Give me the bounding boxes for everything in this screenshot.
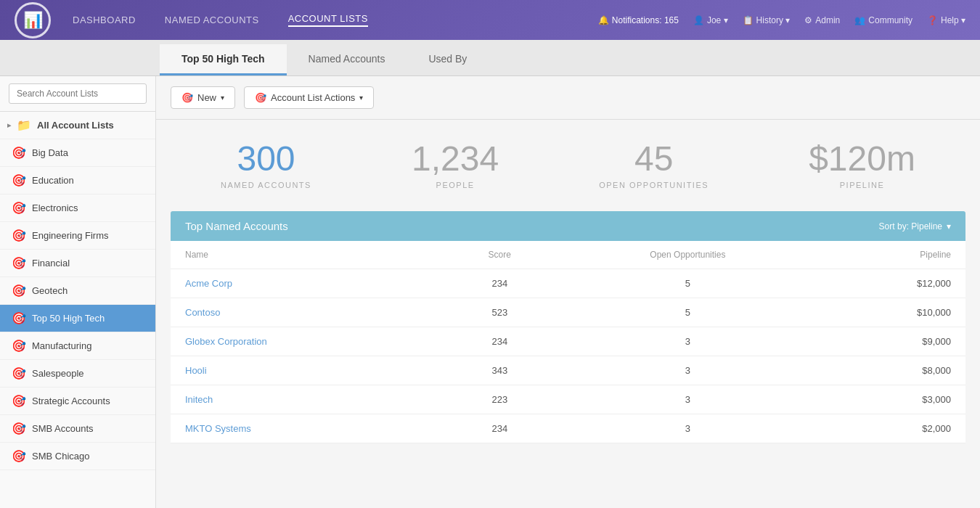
list-icon-top50: 🎯 <box>12 311 26 325</box>
col-score: Score <box>437 241 562 269</box>
main-layout: ▸ 📁 All Account Lists 🎯 Big Data 🎯 Educa… <box>0 76 980 508</box>
sidebar-label-top50: Top 50 High Tech <box>32 313 105 324</box>
stat-people-number: 1,234 <box>412 142 499 176</box>
stat-named-accounts-number: 300 <box>221 142 311 176</box>
cell-pipeline: $12,000 <box>814 269 965 298</box>
stat-open-opps: 45 OPEN OPPORTUNITIES <box>599 142 709 189</box>
cell-open-opps: 3 <box>562 414 814 443</box>
history-icon: 📋 <box>743 15 754 25</box>
actions-dropdown-icon: ▾ <box>359 94 363 102</box>
sidebar-item-smbchicago[interactable]: 🎯 SMB Chicago <box>0 443 155 470</box>
top-named-accounts-table-section: Top Named Accounts Sort by: Pipeline ▾ N… <box>171 211 965 443</box>
admin-button[interactable]: ⚙ Admin <box>804 15 840 25</box>
search-input[interactable] <box>9 83 147 104</box>
cell-pipeline: $10,000 <box>814 298 965 327</box>
sidebar-item-salespeople[interactable]: 🎯 Salespeople <box>0 360 155 388</box>
cell-name: Contoso <box>171 298 437 327</box>
stats-bar: 300 NAMED ACCOUNTS 1,234 PEOPLE 45 OPEN … <box>156 120 980 211</box>
tab-used-by[interactable]: Used By <box>407 44 489 75</box>
sidebar-item-manufacturing[interactable]: 🎯 Manufacturing <box>0 332 155 360</box>
stat-pipeline: $120m PIPELINE <box>809 142 915 189</box>
tab-top50hightech[interactable]: Top 50 High Tech <box>160 44 287 75</box>
chevron-icon: ▸ <box>7 121 11 129</box>
sidebar-item-strategic[interactable]: 🎯 Strategic Accounts <box>0 388 155 415</box>
main-content: 🎯 New ▾ 🎯 Account List Actions ▾ 300 NAM… <box>156 76 980 508</box>
list-icon-strategic: 🎯 <box>12 394 26 408</box>
nav-dashboard[interactable]: DASHBOARD <box>73 15 136 25</box>
sidebar-parent-label: All Account Lists <box>37 120 114 131</box>
sidebar-item-geotech[interactable]: 🎯 Geotech <box>0 277 155 305</box>
account-link[interactable]: MKTO Systems <box>185 423 251 434</box>
top-nav-right: 🔔 Notifications: 165 👤 Joe ▾ 📋 History ▾… <box>598 15 965 25</box>
list-icon-geotech: 🎯 <box>12 284 26 298</box>
col-pipeline: Pipeline <box>814 241 965 269</box>
sidebar-item-smb[interactable]: 🎯 SMB Accounts <box>0 415 155 443</box>
target-icon: 🎯 <box>181 92 193 103</box>
list-icon-smb: 🎯 <box>12 422 26 435</box>
account-list-actions-button[interactable]: 🎯 Account List Actions ▾ <box>244 86 374 109</box>
account-link[interactable]: Initech <box>185 394 213 405</box>
folder-icon: 📁 <box>17 118 31 132</box>
stat-people-label: PEOPLE <box>412 181 499 189</box>
sidebar-label-salespeople: Salespeople <box>32 368 84 379</box>
list-icon-electronics: 🎯 <box>12 201 26 215</box>
sidebar-item-engineering[interactable]: 🎯 Engineering Firms <box>0 222 155 250</box>
list-icon-manufacturing: 🎯 <box>12 339 26 353</box>
notifications-count: Notifications: 165 <box>612 15 679 25</box>
help-menu[interactable]: ❓ Help ▾ <box>927 15 965 25</box>
list-icon-financial: 🎯 <box>12 256 26 270</box>
user-menu[interactable]: 👤 Joe ▾ <box>693 15 728 25</box>
nav-named-accounts[interactable]: NAMED ACCOUNTS <box>165 15 259 25</box>
sidebar-label-education: Education <box>32 175 74 186</box>
help-icon: ❓ <box>927 15 938 25</box>
notifications-button[interactable]: 🔔 Notifications: 165 <box>598 15 679 25</box>
cell-open-opps: 5 <box>562 269 814 298</box>
stat-named-accounts: 300 NAMED ACCOUNTS <box>221 142 311 189</box>
list-icon-education: 🎯 <box>12 173 26 187</box>
col-open-opps: Open Opportunities <box>562 241 814 269</box>
cell-score: 223 <box>437 385 562 414</box>
sort-button[interactable]: Sort by: Pipeline ▾ <box>879 221 951 232</box>
sidebar-item-education[interactable]: 🎯 Education <box>0 167 155 194</box>
sidebar-label-engineering: Engineering Firms <box>32 230 109 241</box>
new-button[interactable]: 🎯 New ▾ <box>171 86 235 109</box>
tab-named-accounts[interactable]: Named Accounts <box>287 44 407 75</box>
cell-name: Initech <box>171 385 437 414</box>
sidebar-item-electronics[interactable]: 🎯 Electronics <box>0 194 155 222</box>
stat-pipeline-number: $120m <box>809 142 915 176</box>
account-link[interactable]: Contoso <box>185 307 220 318</box>
sidebar-item-top50hightech[interactable]: 🎯 Top 50 High Tech <box>0 305 155 332</box>
admin-icon: ⚙ <box>804 15 812 25</box>
history-label: History ▾ <box>756 15 791 25</box>
table-title: Top Named Accounts <box>185 220 288 232</box>
table-row: Initech 223 3 $3,000 <box>171 385 965 414</box>
table-header: Top Named Accounts Sort by: Pipeline ▾ <box>171 211 965 241</box>
cell-name: Globex Corporation <box>171 327 437 356</box>
sidebar-item-bigdata[interactable]: 🎯 Big Data <box>0 139 155 167</box>
new-label: New <box>197 92 216 103</box>
action-icon: 🎯 <box>255 92 266 103</box>
account-link[interactable]: Acme Corp <box>185 278 232 289</box>
sidebar-item-financial[interactable]: 🎯 Financial <box>0 250 155 277</box>
cell-open-opps: 3 <box>562 356 814 385</box>
actions-label: Account List Actions <box>271 92 355 103</box>
app-logo[interactable]: 📊 <box>15 2 51 38</box>
cell-open-opps: 3 <box>562 327 814 356</box>
sidebar-all-account-lists[interactable]: ▸ 📁 All Account Lists <box>0 112 155 139</box>
cell-score: 234 <box>437 414 562 443</box>
history-menu[interactable]: 📋 History ▾ <box>743 15 791 25</box>
secondary-navigation: Top 50 High Tech Named Accounts Used By <box>0 40 980 76</box>
cell-open-opps: 3 <box>562 385 814 414</box>
table-row: MKTO Systems 234 3 $2,000 <box>171 414 965 443</box>
account-link[interactable]: Hooli <box>185 365 207 376</box>
account-link[interactable]: Globex Corporation <box>185 336 267 347</box>
stat-pipeline-label: PIPELINE <box>809 181 915 189</box>
sidebar-label-smb: SMB Accounts <box>32 423 94 434</box>
stat-people: 1,234 PEOPLE <box>412 142 499 189</box>
stat-named-accounts-label: NAMED ACCOUNTS <box>221 181 311 189</box>
nav-account-lists[interactable]: ACCOUNT LISTS <box>288 13 368 27</box>
sidebar-label-manufacturing: Manufacturing <box>32 340 91 351</box>
cell-name: Hooli <box>171 356 437 385</box>
help-label: Help ▾ <box>941 15 965 25</box>
community-button[interactable]: 👥 Community <box>854 15 912 25</box>
